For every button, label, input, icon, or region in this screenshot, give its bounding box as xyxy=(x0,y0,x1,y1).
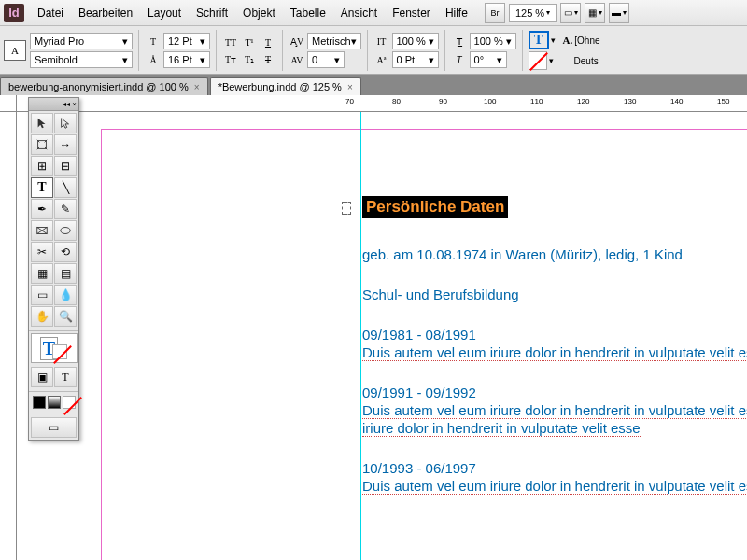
menubar: Id Datei Bearbeiten Layout Schrift Objek… xyxy=(0,0,747,26)
menu-hilfe[interactable]: Hilfe xyxy=(438,3,475,23)
zoom-tool[interactable]: 🔍 xyxy=(54,306,77,327)
canvas[interactable]: Persönliche Daten geb. am 10.08.1974 in … xyxy=(17,112,747,560)
tab-doc-2[interactable]: *Bewerbung.indd @ 125 %× xyxy=(210,77,361,95)
close-icon[interactable]: × xyxy=(347,82,353,92)
content-collector-tool[interactable]: ⊞ xyxy=(31,156,53,176)
char-mode-button[interactable]: A xyxy=(4,40,26,61)
leading-dropdown[interactable]: 16 Pt▾ xyxy=(163,51,210,68)
palette-header[interactable]: ◂◂ × xyxy=(29,98,78,111)
gradient-feather-tool[interactable]: ▤ xyxy=(54,263,77,284)
vscale-dropdown[interactable]: 100 %▾ xyxy=(392,33,439,49)
screen-mode-button[interactable]: ▭ xyxy=(560,3,581,23)
horizontal-ruler[interactable]: 70 80 90 100 110 120 130 140 150 xyxy=(17,95,747,112)
color-apply-row[interactable] xyxy=(29,394,78,411)
document-content[interactable]: Persönliche Daten geb. am 10.08.1974 in … xyxy=(362,196,747,494)
menu-fenster[interactable]: Fenster xyxy=(385,3,438,23)
superscript-icon[interactable]: T¹ xyxy=(241,35,258,49)
allcaps-icon[interactable]: TT xyxy=(222,35,239,49)
fill-stroke-proxy[interactable]: T xyxy=(31,333,78,363)
body-text[interactable]: Schul- und Berufsbildung xyxy=(362,287,747,302)
tracking-dropdown[interactable]: 0▾ xyxy=(307,51,345,68)
tools-palette[interactable]: ◂◂ × ↔ ⊞ ⊟ T ╲ ✒ ✎ ✂ ⟲ ▦ ▤ ▭ 💧 ✋ 🔍 T xyxy=(28,97,79,441)
body-text[interactable]: geb. am 10.08.1974 in Waren (Müritz), le… xyxy=(362,246,747,262)
gap-tool[interactable]: ↔ xyxy=(54,134,77,155)
smallcaps-icon[interactable]: Tᴛ xyxy=(222,51,239,66)
kerning-icon: A̧V xyxy=(289,34,305,49)
formatting-container[interactable]: ▣ xyxy=(31,367,53,387)
char-style-label: [Ohne xyxy=(574,35,599,46)
document-tabs: bewerbung-anonymisiert.indd @ 100 %× *Be… xyxy=(0,75,747,95)
menu-datei[interactable]: Datei xyxy=(30,3,71,23)
direct-selection-tool[interactable] xyxy=(54,113,77,133)
formatting-text[interactable]: T xyxy=(54,367,77,387)
page-tool[interactable] xyxy=(31,134,53,155)
baseline-dropdown[interactable]: 0 Pt▾ xyxy=(392,51,439,68)
strikethrough-icon[interactable]: T xyxy=(260,51,276,66)
pencil-tool[interactable]: ✎ xyxy=(54,199,77,219)
body-text[interactable]: 09/1981 - 08/1991 xyxy=(362,327,747,343)
close-icon[interactable]: × xyxy=(194,82,200,92)
pen-tool[interactable]: ✒ xyxy=(31,199,53,219)
leading-icon: Å xyxy=(145,52,162,67)
bridge-button[interactable]: Br xyxy=(485,3,505,23)
workspace-button[interactable]: ▬ xyxy=(609,3,629,23)
hand-tool[interactable]: ✋ xyxy=(31,306,53,327)
text-cursor xyxy=(342,202,351,215)
scissors-tool[interactable]: ✂ xyxy=(31,242,53,262)
skew-dropdown[interactable]: 0°▾ xyxy=(470,51,507,68)
kerning-dropdown[interactable]: Metrisch▾ xyxy=(307,33,361,49)
selection-tool[interactable] xyxy=(31,113,53,133)
font-size-icon: T xyxy=(145,34,162,49)
workspace: 70 80 90 100 110 120 130 140 150 Persönl… xyxy=(0,95,747,560)
body-text[interactable]: Duis autem vel eum iriure dolor in hendr… xyxy=(362,344,747,360)
note-tool[interactable]: ▭ xyxy=(31,285,53,305)
baseline-icon: Aª xyxy=(374,52,390,67)
selected-heading[interactable]: Persönliche Daten xyxy=(362,196,508,218)
rectangle-frame-tool[interactable] xyxy=(31,220,53,241)
svg-point-4 xyxy=(61,228,71,234)
arrange-button[interactable]: ▦ xyxy=(585,3,605,23)
view-mode-button[interactable]: ▭ xyxy=(31,417,77,438)
fill-color-icon[interactable]: T xyxy=(529,31,549,49)
zoom-level[interactable]: 125 % xyxy=(509,4,557,22)
stroke-none-icon[interactable] xyxy=(529,51,547,70)
font-size-dropdown[interactable]: 12 Pt▾ xyxy=(163,33,210,49)
ruler-origin[interactable] xyxy=(0,95,17,112)
font-weight-dropdown[interactable]: Semibold▾ xyxy=(30,51,133,68)
hscale-icon: T̲ xyxy=(451,34,468,49)
vertical-guide[interactable] xyxy=(360,112,361,560)
body-text[interactable]: 09/1991 - 09/1992 xyxy=(362,385,747,400)
gradient-swatch-tool[interactable]: ▦ xyxy=(31,263,53,284)
line-tool[interactable]: ╲ xyxy=(54,177,77,198)
menu-layout[interactable]: Layout xyxy=(140,3,189,23)
subscript-icon[interactable]: T₁ xyxy=(241,51,258,66)
transform-tool[interactable]: ⟲ xyxy=(54,242,77,262)
menu-tabelle[interactable]: Tabelle xyxy=(283,3,333,23)
underline-icon[interactable]: T xyxy=(260,35,276,49)
body-text[interactable]: 10/1993 - 06/1997 xyxy=(362,460,747,476)
menu-schrift[interactable]: Schrift xyxy=(189,3,235,23)
content-placer-tool[interactable]: ⊟ xyxy=(54,156,77,176)
vscale-icon: IT xyxy=(374,34,390,49)
vertical-ruler[interactable] xyxy=(0,112,17,560)
language-label: Deuts xyxy=(574,56,599,66)
type-tool[interactable]: T xyxy=(31,177,53,198)
ellipse-tool[interactable] xyxy=(54,220,77,241)
menu-objekt[interactable]: Objekt xyxy=(235,3,283,23)
tracking-icon: AV xyxy=(289,52,305,67)
body-text[interactable]: Duis autem vel eum iriure dolor in hendr… xyxy=(362,478,747,494)
body-text[interactable]: iriure dolor in hendrerit in vulputate v… xyxy=(362,420,747,436)
menu-bearbeiten[interactable]: Bearbeiten xyxy=(71,3,140,23)
body-text[interactable]: Duis autem vel eum iriure dolor in hendr… xyxy=(362,402,747,418)
skew-icon: T xyxy=(451,52,468,67)
tab-doc-1[interactable]: bewerbung-anonymisiert.indd @ 100 %× xyxy=(0,77,208,95)
font-family-dropdown[interactable]: Myriad Pro▾ xyxy=(30,33,133,49)
menu-ansicht[interactable]: Ansicht xyxy=(333,3,385,23)
control-panel: A Myriad Pro▾ Semibold▾ T12 Pt▾ Å16 Pt▾ … xyxy=(0,26,747,75)
hscale-dropdown[interactable]: 100 %▾ xyxy=(470,33,516,49)
indesign-logo: Id xyxy=(4,4,24,22)
eyedropper-tool[interactable]: 💧 xyxy=(54,285,77,305)
